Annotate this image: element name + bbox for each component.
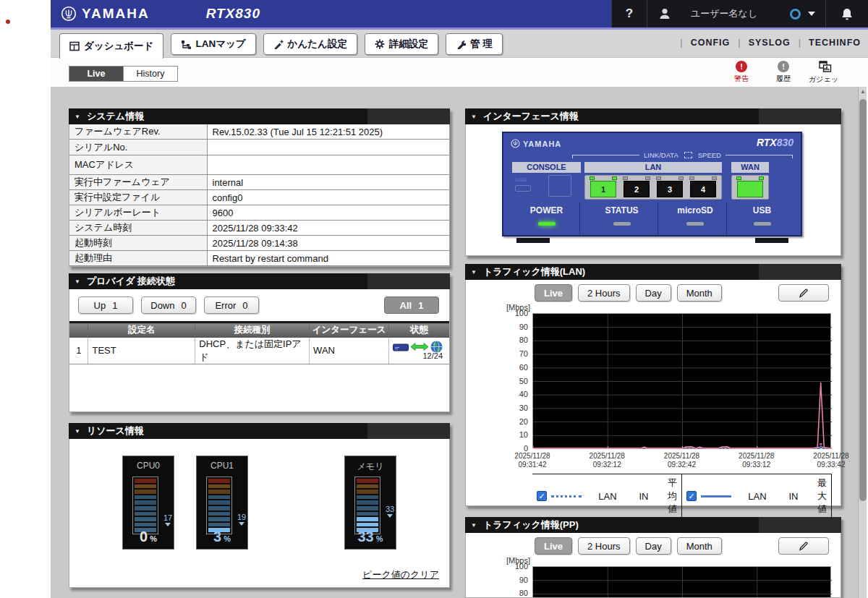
yamaha-tuning-fork-icon [511,139,520,148]
scrollbar-thumb[interactable] [859,99,867,501]
gauge-segment [208,490,230,494]
table-row[interactable]: 実行中設定ファイルconfig0 [69,190,449,205]
percent-value: 0 [140,529,148,544]
gauge-segment [135,517,156,521]
header-accent-block [759,264,841,280]
x-tick-time: 09:33:42 [801,461,861,469]
scrollbar-up-arrow[interactable]: ▲ [859,87,867,97]
quick-link-syslog[interactable]: SYSLOG [749,38,791,48]
lan-section-label: LAN [584,162,722,173]
filter-down-button[interactable]: Down0 [141,296,196,314]
history-toggle-button[interactable]: History [123,66,178,82]
traffic-pp-header[interactable]: ▼ トラフィック情報(PP) [465,517,841,533]
quick-link-config[interactable]: CONFIG [691,38,731,48]
provider-header[interactable]: ▼ プロバイダ 接続状態 [69,273,450,289]
user-menu[interactable]: ユーザー名なし [647,0,825,27]
edit-graph-button[interactable] [778,537,829,555]
chart-plot-area [532,313,831,448]
range-live-button[interactable]: Live [535,284,572,302]
gauge-segment [135,495,156,500]
interface-header[interactable]: ▼ インターフェース情報 [465,108,841,124]
tab-easy-setup[interactable]: かんたん設定 [263,33,357,55]
table-row[interactable]: シリアルNo. [69,140,449,155]
model-text: RTX830 [206,6,260,22]
system-info-header[interactable]: ▼ システム情報 [69,108,450,124]
filter-error-button[interactable]: Error0 [204,296,259,314]
filter-up-button[interactable]: Up1 [78,296,133,314]
tab-lan-map[interactable]: LANマップ [171,33,255,55]
notifications-button[interactable] [826,0,868,27]
row-value: Rev.15.02.33 (Tue Jul 15 12:21:51 2025) [207,124,449,140]
provider-row[interactable]: 1TESTDHCP、または固定IPアドWAN12/24 [69,338,449,364]
table-row[interactable]: 起動理由Restart by restart command [69,251,449,266]
legend-checkbox[interactable]: ✓ [686,491,697,501]
gauge-label: CPU0 [123,461,174,471]
help-button[interactable]: ? [612,0,647,27]
filter-all-button[interactable]: All 1 [384,296,439,314]
resources-header[interactable]: ▼ リソース情報 [69,423,450,439]
port-led-icon [623,176,628,180]
table-row[interactable]: 起動時刻2025/11/28 09:14:38 [69,236,449,251]
table-row[interactable]: 実行中ファームウェアinternal [69,175,449,190]
x-tick-date: 2025/11/28 [652,452,712,461]
table-row[interactable]: システム時刻2025/11/28 09:33:42 [69,221,449,236]
tab-management[interactable]: 管 理 [446,33,503,55]
cell-status: 12/24 [389,338,450,364]
range-2-hours-button[interactable]: 2 Hours [578,284,630,302]
chevron-down-icon[interactable] [808,12,815,16]
percent-value: 3 [213,529,221,544]
lan-map-icon [181,39,191,49]
filter-label: All [400,300,412,311]
clear-peak-link[interactable]: ピーク値のクリア [362,568,439,581]
panel-title: リソース情報 [87,424,144,437]
provider-body: Up1Down0Error0 All 1 設定名接続種別インターフェース状態 1… [69,289,450,412]
table-row[interactable]: MACアドレス [69,155,449,175]
tab-label: 詳細設定 [389,38,428,51]
tool-label: 警告 [734,74,749,84]
traffic-lan-header[interactable]: ▼ トラフィック情報(LAN) [465,264,841,280]
range-month-button[interactable]: Month [677,537,722,555]
peak-marker: 33 [383,505,397,518]
peak-marker: 17 [161,514,175,526]
y-tick-label: 30 [503,403,528,412]
status-ring-icon [790,9,801,20]
gauge-segment [135,500,156,505]
table-row[interactable]: シリアルボーレート9600 [69,205,449,221]
row-value [207,140,449,155]
lan-port-3: 3 [655,176,685,199]
dashboard-icon [69,41,80,51]
gauge-segment [208,500,230,505]
range-day-button[interactable]: Day [636,284,671,302]
range-month-button[interactable]: Month [677,284,722,302]
y-tick-label: 100 [503,309,528,317]
live-toggle-button[interactable]: Live [69,66,124,82]
legend-checkbox[interactable]: ✓ [537,491,547,501]
dashboard-icon [69,41,80,51]
row-label: システム時刻 [69,221,207,236]
yamaha-logo: YAMAHA [61,6,150,22]
quick-link-techinfo[interactable]: TECHINFO [809,38,861,48]
gauge-segment [208,479,230,483]
edit-graph-button[interactable] [778,284,829,302]
range-day-button[interactable]: Day [636,537,671,555]
x-tick-label: 2025/11/2809:32:12 [576,452,637,469]
table-row[interactable]: ファームウェアRev.Rev.15.02.33 (Tue Jul 15 12:2… [69,124,449,140]
header-accent-block [367,108,450,124]
bell-icon [841,7,854,21]
cell-index: 1 [69,338,88,364]
gauge-percent: 3% [197,529,247,545]
row-label: ファームウェアRev. [69,124,207,140]
tab-dashboard[interactable]: ダッシュボード [59,33,163,59]
row-label: 実行中ファームウェア [69,175,207,190]
cell-name: TEST [88,338,195,364]
range-live-button[interactable]: Live [535,537,572,555]
header-accent-block [367,273,450,289]
collapse-triangle-icon: ▼ [471,114,477,120]
indicator-led-icon [686,222,704,226]
vertical-scrollbar[interactable]: ▲ [858,87,867,598]
range-2-hours-button[interactable]: 2 Hours [578,537,630,555]
tab-advanced-settings[interactable]: 詳細設定 [365,33,438,55]
port-body: 1 [590,181,616,197]
interface-panel: ▼ インターフェース情報 YAMAHA RTX830 LINK/DATA [465,108,841,256]
router-icon [393,343,409,351]
